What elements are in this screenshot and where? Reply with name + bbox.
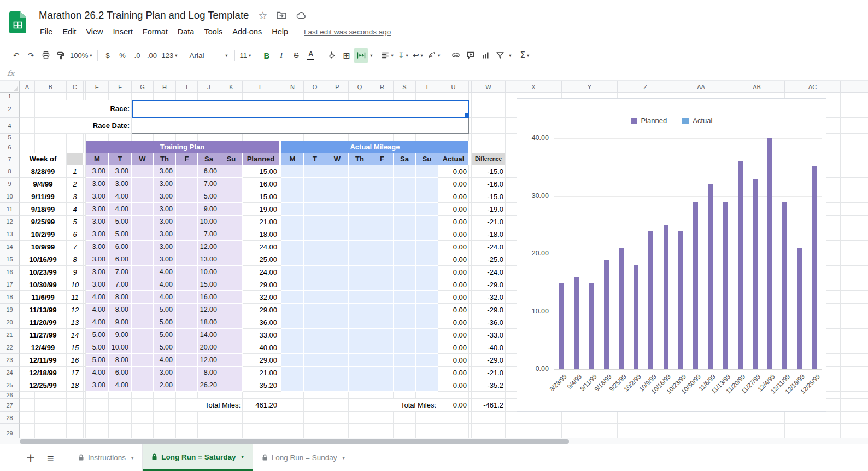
cell[interactable] [35,141,67,153]
week-date-cell[interactable]: 10/2/99 [20,228,67,241]
actual-value-cell[interactable] [349,266,371,278]
actual-value-cell[interactable] [326,165,349,178]
cell[interactable] [472,392,506,399]
actual-value-cell[interactable] [349,304,371,316]
week-num-cell[interactable]: 17 [67,367,84,379]
plan-value-cell[interactable]: 7.00 [109,278,132,291]
week-num-cell[interactable]: 10 [67,278,84,291]
plan-value-cell[interactable] [176,266,198,278]
plan-value-cell[interactable] [176,203,198,216]
actual-value-cell[interactable] [394,266,416,278]
planned-header-cell[interactable]: Planned [243,153,279,165]
plan-value-cell[interactable]: 4.00 [154,266,176,278]
week-num-cell[interactable]: 9 [67,266,84,278]
week-date-cell[interactable]: 9/25/99 [20,216,67,228]
plan-day-header-cell[interactable]: Su [220,153,243,165]
col-header-e[interactable]: E [86,81,109,93]
text-wrap-button[interactable]: ↩ ▾ [410,48,425,63]
cell[interactable] [243,134,279,141]
cell[interactable] [438,134,469,141]
plan-value-cell[interactable] [220,278,243,291]
plan-day-header-cell[interactable]: M [86,153,109,165]
actual-day-header-cell[interactable]: Sa [394,153,416,165]
cell[interactable] [841,203,868,216]
cell[interactable] [20,93,35,100]
actual-day-header-cell[interactable]: M [281,153,304,165]
cell[interactable] [154,399,176,412]
plan-value-cell[interactable]: 12.00 [198,354,220,367]
menu-data[interactable]: Data [173,25,200,38]
plan-value-cell[interactable]: 6.00 [109,367,132,379]
cell[interactable] [729,424,785,438]
select-all-corner[interactable] [0,81,20,93]
difference-cell[interactable]: -21.0 [472,367,506,379]
actual-sum-cell[interactable]: 0.00 [438,304,469,316]
cell[interactable] [349,412,371,424]
planned-total-cell[interactable]: 24.00 [243,241,279,253]
planned-total-cell[interactable]: 19.00 [243,203,279,216]
plan-value-cell[interactable]: 15.00 [198,278,220,291]
row-header-18[interactable]: 18 [0,291,20,304]
actual-value-cell[interactable] [371,165,394,178]
actual-value-cell[interactable] [416,190,438,203]
row-header-23[interactable]: 23 [0,354,20,367]
plan-value-cell[interactable] [220,203,243,216]
font-size-selector[interactable]: 11 ▾ [238,48,254,63]
cell[interactable] [394,93,416,100]
difference-cell[interactable]: -36.0 [472,316,506,329]
actual-value-cell[interactable] [326,367,349,379]
week-num-cell[interactable]: 12 [67,304,84,316]
redo-button[interactable]: ↷ [24,48,38,63]
cell[interactable] [86,399,109,412]
actual-value-cell[interactable] [349,165,371,178]
actual-value-cell[interactable] [349,203,371,216]
actual-value-cell[interactable] [281,304,304,316]
cell[interactable] [198,134,220,141]
week-num-cell[interactable]: 14 [67,329,84,341]
plan-value-cell[interactable]: 8.00 [109,291,132,304]
functions-button[interactable]: Σ ▾ [517,48,532,63]
cell[interactable] [154,424,176,438]
actual-value-cell[interactable] [349,329,371,341]
difference-cell[interactable]: -19.0 [472,203,506,216]
cell[interactable] [281,412,304,424]
difference-cell[interactable]: -18.0 [472,228,506,241]
cell[interactable] [20,134,35,141]
plan-value-cell[interactable]: 4.00 [109,190,132,203]
cell[interactable] [35,134,67,141]
plan-value-cell[interactable]: 3.00 [109,178,132,190]
plan-value-cell[interactable]: 12.00 [198,241,220,253]
plan-value-cell[interactable] [176,316,198,329]
plan-value-cell[interactable] [132,367,154,379]
plan-value-cell[interactable]: 3.00 [154,190,176,203]
actual-value-cell[interactable] [394,190,416,203]
actual-value-cell[interactable] [349,367,371,379]
decrease-decimal-button[interactable]: .0 [130,48,145,63]
plan-value-cell[interactable]: 3.00 [86,228,109,241]
plan-value-cell[interactable]: 10.00 [198,216,220,228]
plan-value-cell[interactable]: 3.00 [154,203,176,216]
chart[interactable]: PlannedActual 0.0010.0020.0030.0040.008/… [517,98,826,412]
row-header-26[interactable]: 26 [0,392,20,399]
cell[interactable] [841,216,868,228]
plan-value-cell[interactable]: 3.00 [154,228,176,241]
plan-value-cell[interactable]: 6.00 [109,253,132,266]
actual-value-cell[interactable] [416,203,438,216]
plan-value-cell[interactable] [176,178,198,190]
row-header-17[interactable]: 17 [0,278,20,291]
col-header-f[interactable]: F [109,81,132,93]
plan-value-cell[interactable]: 14.00 [198,329,220,341]
actual-value-cell[interactable] [281,241,304,253]
week-date-cell[interactable]: 10/23/99 [20,266,67,278]
cell[interactable] [198,392,220,399]
insert-link-button[interactable] [448,48,463,63]
actual-sum-cell[interactable]: 0.00 [438,278,469,291]
plan-value-cell[interactable] [132,354,154,367]
actual-value-cell[interactable] [304,316,326,329]
col-header-h[interactable]: H [154,81,176,93]
cell[interactable] [618,424,673,438]
col-header-g[interactable]: G [132,81,154,93]
cell[interactable] [472,93,506,100]
cell[interactable] [841,141,868,153]
menu-format[interactable]: Format [138,25,173,38]
